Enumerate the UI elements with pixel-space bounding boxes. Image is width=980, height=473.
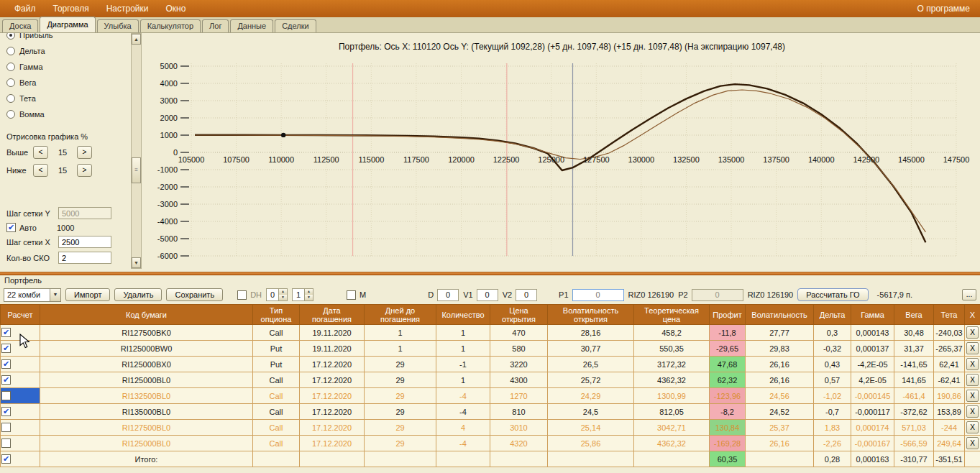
- column-header[interactable]: Дней до погашения: [365, 305, 436, 325]
- row-delete-button[interactable]: X: [966, 358, 979, 370]
- row-delete-cell[interactable]: X: [965, 341, 980, 357]
- row-delete-button[interactable]: X: [966, 326, 979, 339]
- save-button[interactable]: Сохранить: [166, 288, 223, 301]
- radio-option[interactable]: Дельта: [6, 43, 144, 59]
- checkbox-checked-icon[interactable]: ✔: [1, 344, 11, 353]
- v1-field[interactable]: 0: [477, 289, 498, 301]
- row-check-cell[interactable]: ✔: [1, 451, 40, 467]
- column-header[interactable]: Тета: [934, 305, 965, 325]
- m-checkbox[interactable]: [347, 290, 356, 300]
- above-decrement-button[interactable]: <: [33, 146, 48, 159]
- row-check-cell[interactable]: [1, 436, 40, 451]
- radio-option[interactable]: Гамма: [6, 59, 144, 75]
- column-header[interactable]: Теоретическая цена: [634, 305, 710, 325]
- tab-active[interactable]: Диаграмма: [40, 17, 95, 32]
- column-header[interactable]: Цена открытия: [490, 305, 548, 325]
- radio-icon[interactable]: [6, 110, 15, 119]
- portfolio-combo[interactable]: 22 комби ▼: [4, 288, 61, 302]
- column-header[interactable]: X: [965, 305, 980, 325]
- above-increment-button[interactable]: >: [77, 146, 92, 159]
- column-header[interactable]: Количество: [436, 305, 490, 325]
- scroll-down-icon[interactable]: ▼: [132, 257, 141, 268]
- spin-down-icon[interactable]: ▼: [305, 295, 313, 300]
- row-delete-cell[interactable]: X: [965, 325, 980, 341]
- radio-option[interactable]: Вомма: [6, 106, 144, 122]
- column-header[interactable]: Тип опциона: [253, 305, 300, 325]
- radio-icon[interactable]: [6, 94, 15, 103]
- v2-field[interactable]: 0: [516, 289, 537, 301]
- calc-go-button[interactable]: Рассчитать ГО: [797, 288, 868, 301]
- below-decrement-button[interactable]: <: [33, 164, 48, 177]
- row-delete-button[interactable]: X: [966, 374, 979, 386]
- column-header[interactable]: Профит: [710, 305, 746, 325]
- checkbox-checked-icon[interactable]: ✔: [1, 407, 11, 416]
- tab-item[interactable]: Доска: [2, 19, 38, 32]
- column-header[interactable]: Расчет: [1, 305, 40, 325]
- grid-step-x-input[interactable]: 2500: [58, 236, 111, 248]
- p2-field[interactable]: 0: [692, 289, 743, 301]
- dh-spinner-1[interactable]: 0 ▲▼: [266, 288, 288, 301]
- checkbox-checked-icon[interactable]: ✔: [1, 328, 11, 337]
- tab-item[interactable]: Улыбка: [97, 19, 139, 32]
- row-check-cell[interactable]: ✔: [1, 357, 40, 372]
- row-delete-cell[interactable]: X: [965, 388, 980, 404]
- checkbox-unchecked-icon[interactable]: [1, 391, 11, 400]
- chart-svg[interactable]: 500040003000200010000-1000-2000-3000-400…: [144, 33, 980, 272]
- tab-item[interactable]: Лог: [202, 19, 229, 32]
- row-delete-button[interactable]: X: [966, 421, 979, 433]
- row-delete-cell[interactable]: X: [965, 420, 980, 436]
- column-header[interactable]: Дельта: [814, 305, 851, 325]
- row-check-cell[interactable]: ✔: [1, 404, 40, 420]
- tab-item[interactable]: Калькулятор: [140, 19, 201, 32]
- auto-checkbox[interactable]: ✔: [6, 223, 16, 232]
- checkbox-unchecked-icon[interactable]: [1, 438, 11, 448]
- p1-field[interactable]: 0: [572, 289, 624, 301]
- tab-item[interactable]: Сделки: [275, 19, 316, 32]
- checkbox-checked-icon[interactable]: ✔: [1, 454, 11, 464]
- more-button[interactable]: ...: [962, 289, 976, 300]
- d-field[interactable]: 0: [437, 289, 459, 301]
- column-header[interactable]: Волатильность: [746, 305, 814, 325]
- import-button[interactable]: Импорт: [65, 288, 110, 301]
- grid-step-y-input[interactable]: 5000: [58, 207, 111, 219]
- radio-option[interactable]: Тета: [6, 91, 144, 106]
- radio-icon[interactable]: [6, 63, 15, 71]
- dh-checkbox[interactable]: [237, 290, 247, 300]
- spin-up-icon[interactable]: ▲: [279, 289, 287, 295]
- spin-up-icon[interactable]: ▲: [305, 289, 313, 295]
- row-delete-cell[interactable]: X: [965, 436, 980, 451]
- row-delete-cell[interactable]: X: [965, 372, 980, 388]
- radio-option[interactable]: Прибыль: [6, 33, 144, 43]
- below-increment-button[interactable]: >: [77, 164, 92, 177]
- row-check-cell[interactable]: [1, 420, 40, 436]
- radio-icon[interactable]: [6, 47, 15, 55]
- menu-item[interactable]: Файл: [6, 4, 45, 14]
- menu-item[interactable]: Торговля: [45, 4, 98, 14]
- column-header[interactable]: Дата погашения: [300, 305, 365, 325]
- column-header[interactable]: Код бумаги: [40, 305, 253, 325]
- chevron-down-icon[interactable]: ▼: [50, 289, 60, 301]
- row-delete-button[interactable]: X: [966, 405, 979, 418]
- sko-count-input[interactable]: 2: [58, 252, 111, 264]
- checkbox-checked-icon[interactable]: ✔: [1, 375, 11, 385]
- row-delete-button[interactable]: X: [966, 342, 979, 354]
- radio-icon[interactable]: [6, 78, 15, 87]
- row-delete-button[interactable]: X: [966, 437, 979, 449]
- scroll-up-icon[interactable]: ▲: [132, 34, 141, 45]
- menu-item[interactable]: Настройки: [98, 4, 157, 14]
- scroll-thumb[interactable]: ≡: [132, 157, 141, 183]
- delete-button[interactable]: Удалить: [114, 288, 162, 301]
- dh-spinner-2[interactable]: 1 ▲▼: [292, 288, 313, 301]
- checkbox-unchecked-icon[interactable]: [1, 423, 11, 432]
- checkbox-checked-icon[interactable]: ✔: [1, 359, 11, 369]
- row-delete-button[interactable]: X: [966, 390, 979, 402]
- row-delete-cell[interactable]: X: [965, 357, 980, 372]
- menu-item[interactable]: Окно: [157, 4, 195, 14]
- panel-scrollbar[interactable]: ▲ ≡ ▼: [131, 33, 142, 269]
- radio-option[interactable]: Вега: [6, 75, 144, 91]
- column-header[interactable]: Гамма: [851, 305, 894, 325]
- row-check-cell[interactable]: [1, 388, 40, 404]
- column-header[interactable]: Волатильность открытия: [548, 305, 634, 325]
- radio-selected-icon[interactable]: [6, 33, 15, 40]
- row-check-cell[interactable]: ✔: [1, 372, 40, 388]
